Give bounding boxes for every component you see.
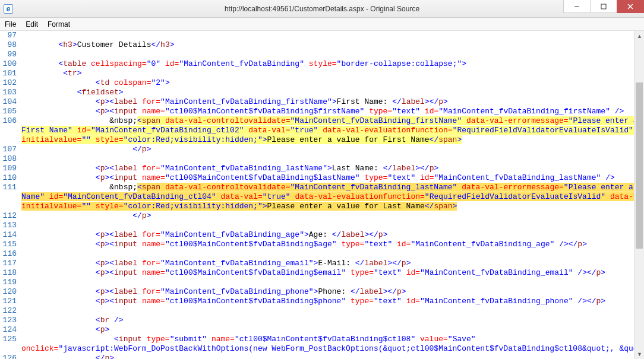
line-content[interactable] [20,278,634,287]
code-line[interactable]: 121 <p><input name="ctl00$MainContent$fv… [0,297,634,306]
code-line[interactable]: 118 <p><input name="ctl00$MainContent$fv… [0,268,634,278]
menu-bar: File Edit Format [0,18,644,31]
code-line[interactable]: 99 [0,50,634,59]
line-content[interactable]: <tr> [20,69,634,78]
scroll-up-button[interactable]: ▲ [634,31,644,41]
line-content[interactable]: <input type="submit" name="ctl00$MainCon… [20,335,634,354]
line-number: 119 [0,278,20,287]
line-content[interactable]: <p><label for="MainContent_fvDataBinding… [20,97,634,107]
line-number: 121 [0,297,20,306]
code-line[interactable]: 106 &nbsp;<span data-val-controltovalida… [0,116,634,145]
app-icon: e [4,4,13,14]
code-line[interactable]: 115 <p><input name="ctl00$MainContent$fv… [0,240,634,249]
line-number: 99 [0,50,20,59]
line-content[interactable]: <br /> [20,316,634,325]
line-number: 112 [0,211,20,221]
menu-format[interactable]: Format [43,19,75,30]
line-content[interactable]: <td colspan="2"> [20,78,634,88]
scroll-track[interactable] [634,41,644,349]
code-line[interactable]: 110 <p><input name="ctl00$MainContent$fv… [0,173,634,183]
line-number: 123 [0,316,20,325]
line-content[interactable]: </p> [20,145,634,154]
code-line[interactable]: 116 [0,249,634,259]
code-line[interactable]: 112 </p> [0,211,634,221]
line-number: 110 [0,173,20,183]
line-content[interactable]: </p> [20,354,634,359]
line-content[interactable]: <h3>Customer Details</h3> [20,40,634,50]
line-content[interactable] [20,221,634,230]
menu-edit[interactable]: Edit [21,19,43,30]
line-content[interactable]: <p><label for="MainContent_fvDataBinding… [20,164,634,173]
window-title: http://localhost:49561/CustomerDetails.a… [0,5,644,13]
code-line[interactable]: 105 <p><input name="ctl00$MainContent$fv… [0,107,634,116]
code-line[interactable]: 119 [0,278,634,287]
svg-rect-1 [601,4,606,9]
line-number: 122 [0,306,20,316]
menu-file[interactable]: File [0,19,21,30]
line-content[interactable]: <p><label for="MainContent_fvDataBinding… [20,287,634,297]
line-content[interactable]: <p><input name="ctl00$MainContent$fvData… [20,268,634,278]
line-content[interactable]: <p><input name="ctl00$MainContent$fvData… [20,107,634,116]
code-line[interactable]: 103 <fieldset> [0,88,634,97]
line-number: 105 [0,107,20,116]
scroll-thumb[interactable] [636,82,643,249]
line-number: 109 [0,164,20,173]
code-line[interactable]: 125 <input type="submit" name="ctl00$Mai… [0,335,634,354]
line-content[interactable]: &nbsp;<span data-val-controltovalidate="… [20,183,634,211]
line-content[interactable]: <fieldset> [20,88,634,97]
code-line[interactable]: 98 <h3>Customer Details</h3> [0,40,634,50]
line-content[interactable] [20,306,634,316]
line-number: 107 [0,145,20,154]
line-content[interactable]: <p><input name="ctl00$MainContent$fvData… [20,173,634,183]
line-content[interactable]: &nbsp;<span data-val-controltovalidate="… [20,116,634,145]
code-line[interactable]: 113 [0,221,634,230]
code-scroll[interactable]: 9798 <h3>Customer Details</h3>99100 <tab… [0,31,634,359]
code-line[interactable]: 100 <table cellspacing="0" id="MainConte… [0,59,634,69]
code-line[interactable]: 120 <p><label for="MainContent_fvDataBin… [0,287,634,297]
line-number: 102 [0,78,20,88]
scroll-down-button[interactable]: ▼ [634,349,644,359]
line-content[interactable]: <p><input name="ctl00$MainContent$fvData… [20,297,634,306]
line-number: 117 [0,259,20,268]
code-line[interactable]: 122 [0,306,634,316]
code-table: 9798 <h3>Customer Details</h3>99100 <tab… [0,31,634,359]
code-line[interactable]: 126 </p> [0,354,634,359]
line-number: 100 [0,59,20,69]
code-line[interactable]: 102 <td colspan="2"> [0,78,634,88]
line-number: 103 [0,88,20,97]
window-controls [563,0,644,13]
code-line[interactable]: 109 <p><label for="MainContent_fvDataBin… [0,164,634,173]
line-number: 97 [0,31,20,40]
line-content[interactable] [20,249,634,259]
close-button[interactable] [617,0,644,13]
code-line[interactable]: 124 <p> [0,325,634,335]
line-number: 126 [0,354,20,359]
code-line[interactable]: 114 <p><label for="MainContent_fvDataBin… [0,230,634,240]
minimize-button[interactable] [563,0,591,13]
code-line[interactable]: 104 <p><label for="MainContent_fvDataBin… [0,97,634,107]
line-content[interactable]: <p><input name="ctl00$MainContent$fvData… [20,240,634,249]
vertical-scrollbar[interactable]: ▲ ▼ [634,31,644,359]
line-content[interactable] [20,154,634,164]
line-number: 114 [0,230,20,240]
line-number: 118 [0,268,20,278]
code-line[interactable]: 123 <br /> [0,316,634,325]
line-content[interactable]: <p> [20,325,634,335]
code-line[interactable]: 101 <tr> [0,69,634,78]
line-content[interactable]: <p><label for="MainContent_fvDataBinding… [20,259,634,268]
line-content[interactable]: <table cellspacing="0" id="MainContent_f… [20,59,634,69]
line-number: 111 [0,183,20,211]
line-content[interactable] [20,31,634,40]
code-line[interactable]: 97 [0,31,634,40]
code-line[interactable]: 107 </p> [0,145,634,154]
line-content[interactable]: </p> [20,211,634,221]
code-line[interactable]: 117 <p><label for="MainContent_fvDataBin… [0,259,634,268]
line-content[interactable]: <p><label for="MainContent_fvDataBinding… [20,230,634,240]
title-bar: e http://localhost:49561/CustomerDetails… [0,0,644,18]
maximize-button[interactable] [590,0,617,13]
code-line[interactable]: 108 [0,154,634,164]
line-content[interactable] [20,50,634,59]
line-number: 125 [0,335,20,354]
line-number: 108 [0,154,20,164]
code-line[interactable]: 111 &nbsp;<span data-val-controltovalida… [0,183,634,211]
